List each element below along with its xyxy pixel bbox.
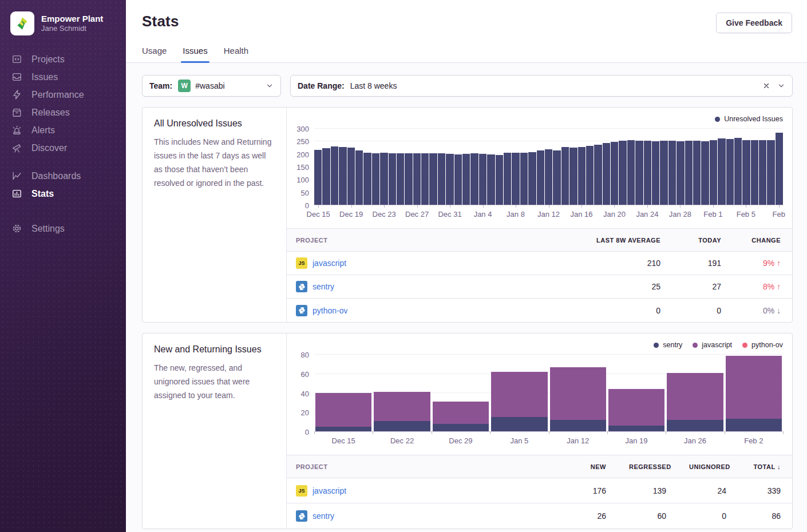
unresolved-bar[interactable]: [701, 141, 709, 205]
clear-icon[interactable]: [762, 82, 770, 90]
unresolved-bar[interactable]: [462, 154, 470, 205]
unresolved-bar[interactable]: [561, 147, 569, 205]
sidebar-item-releases[interactable]: Releases: [0, 104, 126, 121]
stacked-bar[interactable]: [549, 355, 607, 431]
unresolved-bar[interactable]: [644, 141, 651, 205]
unresolved-bar[interactable]: [389, 153, 396, 205]
sidebar-item-projects[interactable]: Projects: [0, 50, 126, 68]
unresolved-bar[interactable]: [710, 140, 717, 205]
stacked-bar[interactable]: [490, 355, 548, 431]
tab-issues[interactable]: Issues: [183, 46, 207, 62]
unresolved-bar[interactable]: [438, 153, 445, 205]
unresolved-bar[interactable]: [372, 153, 379, 205]
unresolved-bar[interactable]: [759, 140, 766, 205]
unresolved-bar[interactable]: [355, 150, 363, 205]
stacked-bar[interactable]: [373, 355, 431, 431]
unresolved-bar[interactable]: [528, 152, 536, 205]
col-new[interactable]: New: [555, 463, 618, 470]
col-project[interactable]: Project: [287, 237, 535, 244]
unresolved-bar[interactable]: [742, 140, 750, 205]
unresolved-bar[interactable]: [454, 154, 462, 205]
sidebar-item-issues[interactable]: Issues: [0, 68, 126, 86]
unresolved-bar[interactable]: [380, 153, 387, 205]
unresolved-bar[interactable]: [751, 140, 758, 205]
sidebar-item-settings[interactable]: Settings: [0, 220, 126, 237]
unresolved-bar[interactable]: [545, 149, 552, 205]
unresolved-bar[interactable]: [429, 153, 437, 205]
stacked-bar[interactable]: [666, 355, 724, 431]
tab-usage[interactable]: Usage: [142, 46, 167, 62]
col-unignored[interactable]: Unignored: [678, 463, 738, 470]
unresolved-bar[interactable]: [660, 141, 667, 205]
unresolved-bar[interactable]: [487, 154, 495, 205]
project-link[interactable]: sentry: [312, 511, 334, 521]
unresolved-bar[interactable]: [322, 148, 330, 205]
unresolved-bar[interactable]: [512, 153, 519, 205]
unresolved-bar[interactable]: [685, 141, 693, 205]
stacked-bar[interactable]: [607, 355, 666, 431]
sidebar-item-alerts[interactable]: Alerts: [0, 121, 126, 139]
unresolved-bar[interactable]: [413, 153, 421, 205]
give-feedback-button[interactable]: Give Feedback: [716, 13, 792, 33]
unresolved-bar[interactable]: [405, 153, 412, 205]
unresolved-bar[interactable]: [363, 153, 371, 205]
avg-value: 210: [535, 259, 672, 268]
stacked-bar[interactable]: [725, 355, 783, 431]
col-project[interactable]: Project: [287, 463, 555, 470]
unresolved-bar[interactable]: [718, 138, 725, 205]
col-regressed[interactable]: Regressed: [618, 463, 678, 470]
stacked-bar[interactable]: [432, 355, 490, 431]
stacked-bar[interactable]: [314, 355, 373, 431]
legend-dot-sentry: [654, 343, 659, 348]
unresolved-bar[interactable]: [446, 154, 453, 205]
col-today[interactable]: Today: [672, 237, 733, 244]
sidebar-item-performance[interactable]: Performance: [0, 86, 126, 104]
unresolved-bar[interactable]: [767, 140, 774, 205]
unresolved-bar[interactable]: [586, 146, 594, 205]
sidebar-item-stats[interactable]: Stats: [0, 185, 126, 203]
unresolved-bar[interactable]: [619, 141, 626, 205]
unresolved-bar[interactable]: [603, 143, 610, 205]
unresolved-bar[interactable]: [537, 150, 544, 205]
unresolved-bar[interactable]: [635, 141, 643, 205]
unresolved-bar[interactable]: [397, 153, 404, 205]
org-switcher[interactable]: Empower Plant Jane Schmidt: [0, 11, 126, 35]
unresolved-bar[interactable]: [734, 138, 742, 205]
unresolved-bar[interactable]: [627, 140, 635, 205]
col-total-sorted[interactable]: Total ↓: [738, 463, 792, 470]
unresolved-bar[interactable]: [331, 146, 338, 205]
tab-health[interactable]: Health: [224, 46, 248, 62]
col-change[interactable]: Change: [733, 237, 792, 244]
col-last-8w-average[interactable]: Last 8w Average: [535, 237, 672, 244]
sidebar-item-dashboards[interactable]: Dashboards: [0, 167, 126, 185]
unresolved-bar[interactable]: [611, 142, 618, 205]
unresolved-bar[interactable]: [496, 155, 503, 205]
unresolved-bar[interactable]: [339, 147, 346, 205]
unresolved-bar[interactable]: [594, 145, 602, 205]
unresolved-bar[interactable]: [726, 139, 734, 205]
team-selector[interactable]: Team: W #wasabi: [142, 75, 281, 97]
unresolved-bar[interactable]: [569, 148, 577, 205]
chevron-down-icon[interactable]: [777, 82, 785, 90]
unresolved-bar[interactable]: [652, 141, 659, 205]
unresolved-bar[interactable]: [347, 148, 355, 205]
project-link[interactable]: javascript: [312, 486, 346, 495]
unresolved-bar[interactable]: [693, 141, 701, 205]
unresolved-bar[interactable]: [677, 141, 684, 205]
sidebar-item-discover[interactable]: Discover: [0, 139, 126, 157]
project-link[interactable]: javascript: [312, 259, 346, 268]
unresolved-bar[interactable]: [479, 154, 486, 205]
unresolved-bar[interactable]: [520, 153, 528, 205]
project-link[interactable]: python-ov: [312, 306, 347, 315]
unresolved-bar[interactable]: [578, 147, 586, 205]
unresolved-bar[interactable]: [470, 153, 478, 205]
unresolved-bar[interactable]: [553, 150, 560, 205]
y-axis-tick: 100: [296, 176, 309, 184]
unresolved-bar[interactable]: [314, 150, 322, 205]
unresolved-bar[interactable]: [776, 133, 783, 205]
date-range-selector[interactable]: Date Range: Last 8 weeks: [290, 75, 793, 97]
project-link[interactable]: sentry: [312, 282, 334, 291]
unresolved-bar[interactable]: [421, 153, 429, 205]
unresolved-bar[interactable]: [668, 141, 676, 205]
unresolved-bar[interactable]: [504, 153, 511, 205]
